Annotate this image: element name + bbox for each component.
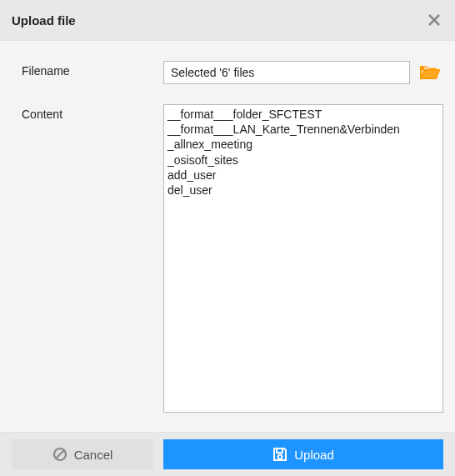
close-icon [428, 13, 441, 27]
save-icon [272, 447, 288, 462]
svg-point-5 [278, 455, 282, 459]
svg-line-3 [56, 450, 64, 458]
upload-button[interactable]: Upload [163, 439, 443, 469]
upload-button-label: Upload [294, 448, 334, 462]
cancel-button-label: Cancel [74, 448, 113, 462]
content-textarea[interactable] [163, 104, 443, 413]
content-label: Content [22, 104, 163, 121]
browse-button[interactable] [417, 61, 443, 84]
filename-row: Filename [22, 61, 443, 84]
dialog-footer: Cancel Upload [0, 433, 455, 476]
svg-rect-4 [277, 448, 282, 453]
prohibit-icon [52, 447, 68, 462]
close-button[interactable] [422, 8, 447, 33]
filename-input[interactable] [163, 61, 410, 84]
cancel-button[interactable]: Cancel [12, 439, 153, 469]
titlebar: Upload file [0, 0, 455, 40]
dialog-body: Filename Content [0, 40, 455, 433]
folder-open-icon [419, 63, 441, 82]
content-row: Content [22, 104, 443, 422]
upload-dialog: Upload file Filename Content [0, 0, 455, 476]
dialog-title: Upload file [12, 13, 76, 28]
filename-label: Filename [22, 61, 163, 78]
